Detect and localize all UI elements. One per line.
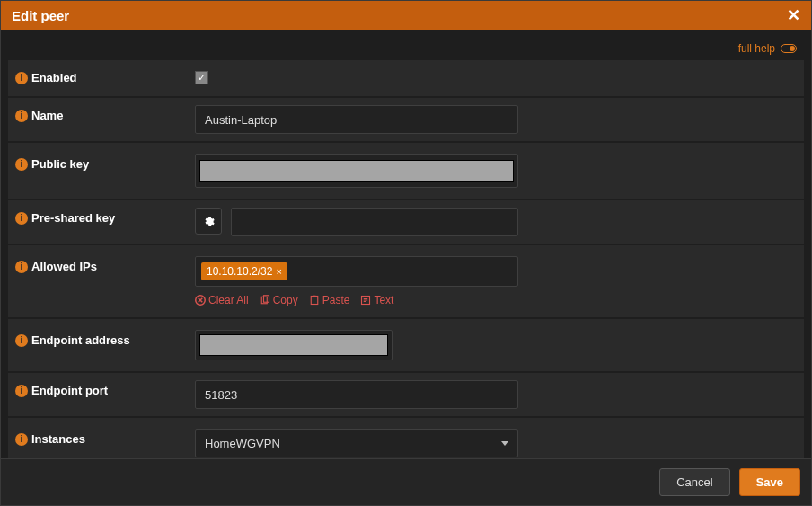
redacted-value	[199, 160, 514, 182]
copy-button[interactable]: Copy	[260, 294, 298, 306]
clear-icon	[195, 295, 206, 306]
label-name: i Name	[15, 105, 195, 122]
label-psk: i Pre-shared key	[15, 208, 195, 225]
modal-titlebar: Edit peer ✕	[1, 1, 811, 30]
allowed-ips-actions: Clear All Copy Paste Text	[195, 292, 518, 306]
full-help-toggle[interactable]: full help	[8, 35, 804, 60]
paste-button[interactable]: Paste	[309, 294, 350, 306]
edit-peer-modal: Edit peer ✕ full help i Enabled ✓ i Name	[0, 0, 812, 506]
copy-icon	[260, 295, 270, 306]
modal-footer: Cancel Save	[1, 458, 811, 505]
redacted-value	[199, 334, 388, 356]
modal-title: Edit peer	[12, 8, 69, 23]
info-icon[interactable]: i	[15, 110, 28, 122]
row-psk: i Pre-shared key	[8, 200, 804, 244]
info-icon[interactable]: i	[15, 261, 28, 273]
label-instances: i Instances	[15, 429, 195, 446]
close-icon[interactable]: ✕	[787, 7, 800, 23]
name-input[interactable]	[195, 105, 518, 134]
row-instances: i Instances HomeWGVPN Clear All	[8, 418, 804, 458]
row-name: i Name	[8, 98, 804, 141]
allowed-ips-input[interactable]: 10.10.10.2/32 ×	[195, 256, 518, 287]
label-allowed-ips: i Allowed IPs	[15, 256, 195, 273]
row-endpoint-port: i Endpoint port	[8, 373, 804, 416]
gear-icon	[203, 216, 215, 227]
row-enabled: i Enabled ✓	[8, 60, 804, 96]
clear-all-button[interactable]: Clear All	[195, 294, 249, 306]
public-key-input[interactable]	[195, 154, 518, 188]
remove-tag-icon[interactable]: ×	[276, 266, 281, 277]
full-help-label: full help	[738, 42, 775, 55]
endpoint-address-input[interactable]	[195, 330, 393, 360]
generate-psk-button[interactable]	[195, 208, 222, 235]
info-icon[interactable]: i	[15, 433, 28, 446]
toggle-icon	[781, 44, 797, 53]
modal-body: full help i Enabled ✓ i Name	[1, 30, 811, 458]
row-endpoint-address: i Endpoint address	[8, 319, 804, 371]
label-endpoint-address: i Endpoint address	[15, 330, 195, 347]
label-enabled: i Enabled	[15, 67, 195, 84]
text-icon	[360, 295, 371, 306]
text-button[interactable]: Text	[360, 294, 393, 306]
save-button[interactable]: Save	[739, 468, 800, 496]
enabled-checkbox[interactable]: ✓	[195, 71, 208, 84]
info-icon[interactable]: i	[15, 385, 28, 397]
chevron-down-icon	[501, 441, 508, 446]
psk-input[interactable]	[231, 208, 518, 236]
instances-select[interactable]: HomeWGVPN	[195, 429, 518, 457]
info-icon[interactable]: i	[15, 72, 28, 84]
cancel-button[interactable]: Cancel	[659, 468, 729, 496]
svg-rect-4	[313, 296, 315, 297]
row-allowed-ips: i Allowed IPs 10.10.10.2/32 × Clear All	[8, 245, 804, 317]
info-icon[interactable]: i	[15, 158, 28, 171]
info-icon[interactable]: i	[15, 334, 28, 347]
label-endpoint-port: i Endpoint port	[15, 380, 195, 397]
paste-icon	[309, 295, 320, 306]
endpoint-port-input[interactable]	[195, 380, 518, 409]
ip-tag[interactable]: 10.10.10.2/32 ×	[201, 262, 287, 280]
row-public-key: i Public key	[8, 143, 804, 199]
info-icon[interactable]: i	[15, 212, 28, 225]
label-public-key: i Public key	[15, 154, 195, 171]
